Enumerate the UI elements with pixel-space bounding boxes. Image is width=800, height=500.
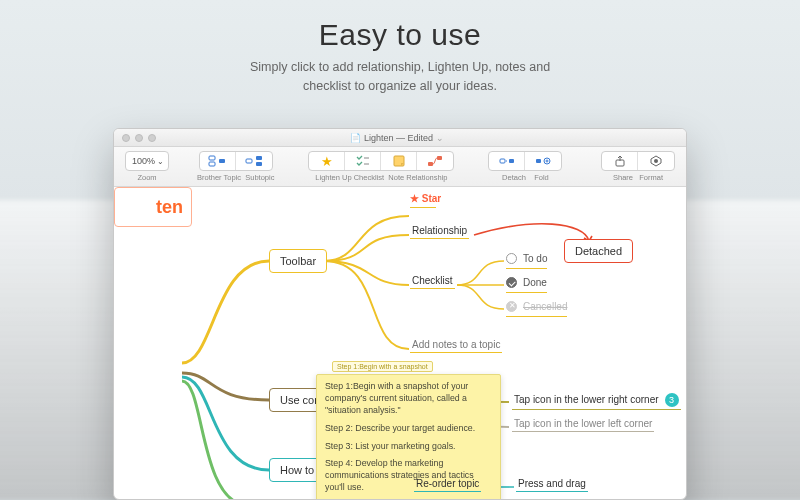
svg-rect-9: [428, 162, 433, 166]
leaf-tap-right[interactable]: Tap icon in the lower right corner3: [512, 393, 681, 410]
leaf-press-drag[interactable]: Press and drag: [516, 478, 588, 492]
note-button[interactable]: [381, 152, 417, 170]
window-title: 📄 Lighten — Edited ⌄: [156, 133, 638, 143]
subtopic-star[interactable]: Star: [410, 193, 441, 204]
right-group-label: Share Format: [613, 173, 663, 182]
share-button[interactable]: [602, 152, 638, 170]
subtopic-add-notes[interactable]: Add notes to a topic: [410, 339, 502, 353]
close-icon[interactable]: [122, 134, 130, 142]
check-done[interactable]: Done: [506, 277, 547, 293]
star-icon: ★: [321, 154, 333, 169]
fold-button[interactable]: [525, 152, 561, 170]
detach-icon: [499, 155, 515, 167]
mindmap-canvas[interactable]: ten Toolbar Use context me How to Map St…: [114, 187, 686, 499]
subtopic-relationship[interactable]: Relationship: [410, 225, 469, 239]
leaf-reorder[interactable]: Re-order topic: [414, 478, 481, 492]
brother-topic-button[interactable]: [200, 152, 236, 170]
svg-point-19: [654, 159, 658, 163]
format-button[interactable]: [638, 152, 674, 170]
leaf-tap-left[interactable]: Tap icon in the lower left corner: [512, 418, 654, 432]
subtopic-button[interactable]: [236, 152, 272, 170]
svg-rect-1: [209, 162, 215, 166]
format-icon: [650, 155, 662, 167]
hero-title: Easy to use: [0, 18, 800, 52]
topic-toolbar[interactable]: Toolbar: [269, 249, 327, 273]
relationship-icon: [427, 155, 443, 167]
note-icon: [393, 155, 405, 167]
hero-subtitle: Simply click to add relationship, Lighte…: [0, 58, 800, 96]
fold-badge[interactable]: 3: [665, 393, 679, 407]
checklist-button[interactable]: [345, 152, 381, 170]
lightenup-button[interactable]: ★: [309, 152, 345, 170]
detach-button[interactable]: [489, 152, 525, 170]
share-icon: [614, 155, 626, 167]
toolbar: 100%⌄ Zoom Brother Topic Subtopic ★: [114, 147, 686, 187]
svg-rect-4: [256, 156, 262, 160]
subtopic-checklist[interactable]: Checklist: [410, 275, 455, 289]
annot-group-label: Lighten Up Checklist Note Relationship: [315, 173, 447, 182]
svg-rect-11: [500, 159, 505, 163]
svg-rect-2: [219, 159, 225, 163]
fold-icon: [535, 155, 551, 167]
svg-rect-14: [536, 159, 541, 163]
structure-group-label: Detach Fold: [502, 173, 549, 182]
fullscreen-icon[interactable]: [148, 134, 156, 142]
svg-rect-12: [509, 159, 514, 163]
window-titlebar: 📄 Lighten — Edited ⌄: [114, 129, 686, 147]
svg-rect-3: [246, 159, 252, 163]
app-window: 📄 Lighten — Edited ⌄ 100%⌄ Zoom Brother …: [113, 128, 687, 500]
svg-rect-5: [256, 162, 262, 166]
svg-rect-0: [209, 156, 215, 160]
note-tag[interactable]: Step 1:Begin with a snapshot: [332, 361, 433, 372]
topic-detached[interactable]: Detached: [564, 239, 633, 263]
topic-group-label: Brother Topic Subtopic: [197, 173, 274, 182]
minimize-icon[interactable]: [135, 134, 143, 142]
svg-rect-10: [437, 156, 442, 160]
checklist-icon: [356, 155, 370, 167]
check-todo[interactable]: To do: [506, 253, 547, 269]
zoom-control[interactable]: 100%⌄: [126, 152, 169, 170]
relationship-button[interactable]: [417, 152, 453, 170]
check-cancelled[interactable]: Cancelled: [506, 301, 567, 317]
zoom-label: Zoom: [137, 173, 156, 182]
